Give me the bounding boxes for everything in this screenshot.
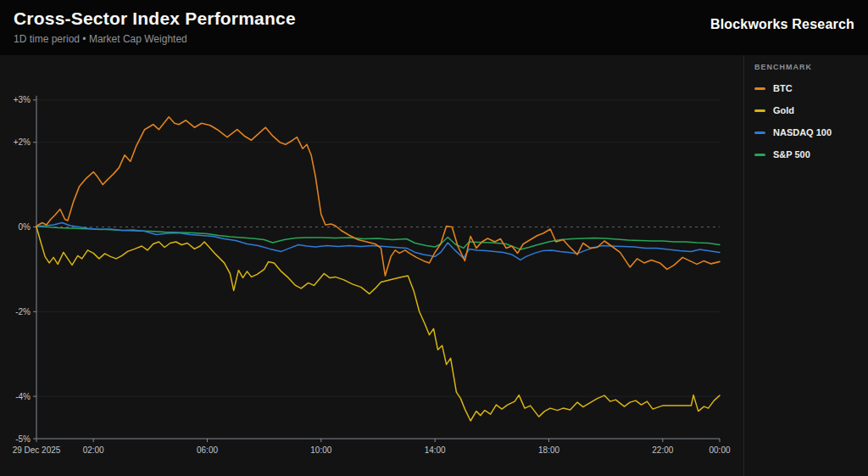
legend-items: BTCGoldNASDAQ 100S&P 500 (754, 83, 860, 160)
legend-item-s-p-500[interactable]: S&P 500 (754, 149, 860, 160)
legend-item-btc[interactable]: BTC (754, 83, 860, 93)
legend-swatch (754, 132, 765, 134)
x-tick-label: 18:00 (538, 445, 559, 455)
legend-item-gold[interactable]: Gold (754, 105, 860, 115)
x-tick-label: 10:00 (310, 445, 331, 455)
x-tick-label: 14:00 (425, 445, 446, 455)
x-tick-label: 06:00 (197, 445, 218, 455)
page-title: Cross-Sector Index Performance (14, 8, 296, 29)
header-text-block: Cross-Sector Index Performance 1D time p… (14, 8, 296, 45)
app-root: Cross-Sector Index Performance 1D time p… (0, 0, 868, 476)
series-line-nasdaq-100 (36, 223, 720, 260)
y-tick-label: +2% (14, 137, 31, 147)
y-tick-label: -4% (15, 392, 31, 401)
series-line-gold (36, 227, 720, 422)
legend-swatch (754, 154, 765, 156)
series-line-btc (36, 117, 720, 276)
legend-label: S&P 500 (773, 149, 810, 160)
x-tick-label: 22:00 (652, 445, 673, 455)
chart-area: +3%+2%0%-2%-4%-5%29 Dec 202502:0006:0010… (0, 55, 868, 476)
legend-label: Gold (773, 105, 794, 115)
legend-swatch (754, 109, 765, 112)
y-tick-label: -5% (15, 434, 31, 444)
x-tick-label: 02:00 (83, 445, 104, 455)
legend-swatch (754, 87, 765, 90)
page-subtitle: 1D time period • Market Cap Weighted (14, 33, 296, 45)
legend-label: NASDAQ 100 (773, 127, 832, 137)
y-tick-label: +3% (14, 95, 31, 104)
legend-heading: BENCHMARK (754, 63, 860, 71)
y-tick-label: 0% (19, 222, 31, 232)
legend-panel: BENCHMARK BTCGoldNASDAQ 100S&P 500 (743, 55, 868, 476)
x-tick-label: 29 Dec 2025 (13, 445, 61, 455)
legend-item-nasdaq-100[interactable]: NASDAQ 100 (754, 127, 860, 137)
legend-label: BTC (773, 83, 793, 93)
performance-line-chart[interactable]: +3%+2%0%-2%-4%-5%29 Dec 202502:0006:0010… (0, 55, 868, 476)
x-tick-label: 00:00 (709, 445, 730, 455)
y-tick-label: -2% (15, 307, 31, 316)
brand-logo[interactable]: Blockworks Research (710, 17, 854, 32)
page-header: Cross-Sector Index Performance 1D time p… (0, 0, 868, 55)
